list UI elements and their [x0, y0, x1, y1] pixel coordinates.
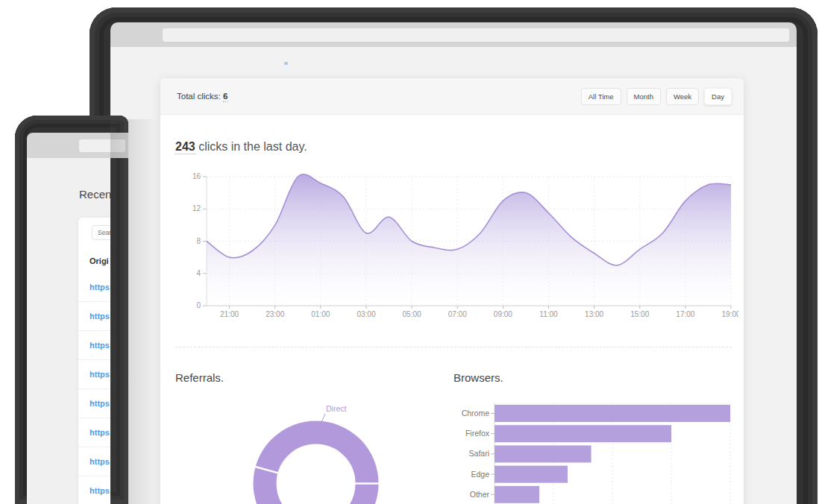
svg-text:0: 0 — [196, 301, 201, 309]
filter-week-button[interactable]: Week — [666, 88, 699, 105]
table-row: https: — [78, 273, 110, 302]
origin-link[interactable]: https: — [78, 486, 110, 495]
card-header: Total clicks: 6 All Time Month Week Day — [160, 78, 744, 115]
origin-link[interactable]: https: — [78, 399, 110, 408]
table-row: https: — [78, 418, 110, 447]
filter-all-time-button[interactable]: All Time — [581, 88, 621, 105]
svg-text:Other: Other — [470, 490, 490, 499]
origin-link[interactable]: https: — [78, 283, 110, 292]
section-divider — [175, 347, 732, 347]
filter-day-button[interactable]: Day — [704, 88, 732, 105]
page-dot — [284, 62, 288, 65]
minimize-window-button[interactable] — [50, 142, 57, 149]
maximize-window-button[interactable] — [148, 31, 155, 39]
clicks-area-chart: 048121621:0023:0001:0003:0005:0007:0009:… — [183, 171, 738, 321]
svg-text:Direct: Direct — [326, 404, 347, 413]
time-filter-group: All Time Month Week Day — [581, 88, 732, 105]
minimize-window-button[interactable] — [135, 31, 142, 39]
origin-link[interactable]: https: — [78, 457, 110, 466]
origin-link[interactable]: https: — [78, 428, 110, 437]
browsers-bar-chart: ChromeFirefoxSafariEdgeOther — [448, 399, 746, 504]
browsers-title: Browsers. — [454, 371, 503, 384]
window-titlebar — [27, 133, 128, 158]
svg-text:01:00: 01:00 — [311, 310, 330, 318]
table-row: https: — [78, 389, 110, 418]
svg-text:13:00: 13:00 — [585, 310, 603, 318]
svg-text:Edge: Edge — [471, 470, 489, 479]
svg-text:16: 16 — [192, 172, 201, 180]
page-background: Recen Origi https:https:https:https:http… — [27, 158, 110, 504]
total-clicks-label: Total clicks: — [177, 92, 221, 101]
clicks-headline-text: clicks in the last day. — [198, 140, 307, 153]
table-row: https: — [78, 331, 110, 360]
svg-text:Firefox: Firefox — [465, 429, 490, 438]
svg-text:21:00: 21:00 — [220, 310, 239, 318]
filter-month-button[interactable]: Month — [627, 88, 661, 105]
close-window-button[interactable] — [37, 142, 45, 149]
svg-text:03:00: 03:00 — [357, 310, 375, 318]
maximize-window-button[interactable] — [62, 142, 69, 149]
window-titlebar — [110, 22, 797, 47]
clicks-headline: 243 clicks in the last day. — [175, 140, 307, 154]
svg-text:17:00: 17:00 — [676, 310, 694, 318]
svg-text:19:00: 19:00 — [721, 310, 738, 318]
svg-text:07:00: 07:00 — [448, 310, 467, 318]
table-row: https: — [78, 447, 110, 476]
svg-text:15:00: 15:00 — [630, 310, 649, 318]
svg-text:11:00: 11:00 — [539, 310, 558, 318]
svg-text:Safari: Safari — [469, 449, 489, 458]
recent-clicks-heading: Recen — [79, 188, 110, 201]
url-bar[interactable] — [79, 139, 125, 152]
close-window-button[interactable] — [122, 31, 130, 39]
origin-link[interactable]: https: — [78, 312, 110, 321]
clicks-count: 243 — [175, 140, 195, 154]
referrals-title: Referrals. — [175, 371, 224, 384]
table-row: https: — [78, 476, 110, 504]
analytics-card: Total clicks: 6 All Time Month Week Day … — [160, 78, 744, 504]
svg-text:05:00: 05:00 — [403, 310, 421, 318]
recent-clicks-card: Origi https:https:https:https:https:http… — [78, 218, 110, 504]
page-background: Total clicks: 6 All Time Month Week Day … — [110, 47, 797, 504]
svg-text:09:00: 09:00 — [494, 310, 512, 318]
total-clicks-value: 6 — [223, 92, 228, 102]
svg-text:23:00: 23:00 — [266, 310, 284, 318]
origin-link[interactable]: https: — [78, 370, 110, 379]
svg-text:8: 8 — [196, 237, 201, 245]
total-clicks: Total clicks: 6 — [177, 92, 228, 101]
dashboard-browser-window: Total clicks: 6 All Time Month Week Day … — [90, 7, 818, 504]
recent-clicks-browser-window: Recen Origi https:https:https:https:http… — [15, 116, 128, 504]
search-input[interactable] — [92, 225, 110, 240]
svg-text:4: 4 — [196, 269, 201, 277]
origin-link[interactable]: https: — [78, 341, 110, 350]
table-row: https: — [78, 360, 110, 389]
recent-clicks-table: https:https:https:https:https:https:http… — [78, 273, 110, 504]
svg-text:Chrome: Chrome — [462, 409, 490, 418]
origin-column-header: Origi — [90, 256, 109, 265]
referrals-donut-chart: Direct — [246, 397, 395, 504]
url-bar[interactable] — [163, 28, 789, 42]
svg-text:12: 12 — [192, 204, 201, 212]
table-row: https: — [78, 302, 110, 331]
